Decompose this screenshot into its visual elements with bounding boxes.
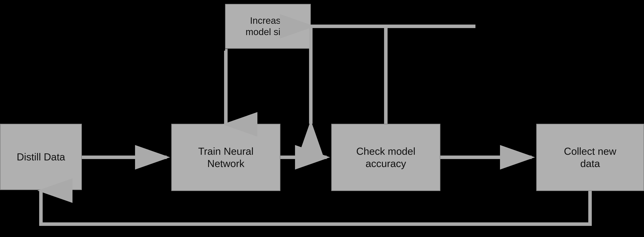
collect-new-data-box: Collect newdata [536, 124, 644, 191]
collect-new-data-label: Collect newdata [564, 145, 616, 170]
arrow-check-up-to-increase [311, 26, 476, 124]
increase-model-size-label: Increasemodel size [246, 15, 290, 38]
distill-data-label: Distill Data [17, 151, 65, 163]
distill-data-box: Distill Data [0, 124, 82, 190]
feedback-loop-bottom [41, 191, 590, 224]
check-model-accuracy-label: Check modelaccuracy [356, 145, 415, 170]
train-neural-network-label: Train NeuralNetwork [198, 145, 254, 170]
arrows-svg [0, 0, 644, 237]
train-neural-network-box: Train NeuralNetwork [171, 124, 280, 191]
arrow-train-up-left [225, 51, 226, 124]
diagram-container: Distill Data Train NeuralNetwork Check m… [0, 0, 644, 237]
check-model-accuracy-box: Check modelaccuracy [331, 124, 440, 191]
increase-model-size-box: Increasemodel size [225, 4, 311, 49]
